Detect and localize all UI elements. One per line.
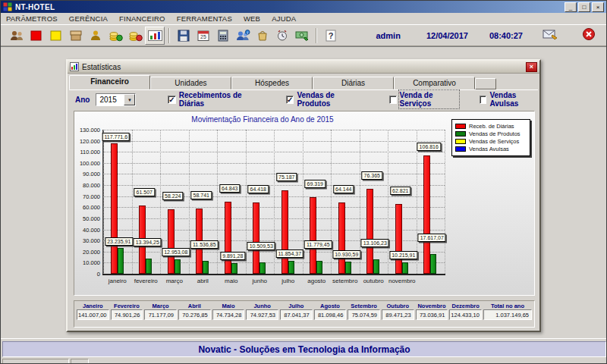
summary-value-maio: 74.734,28 [212,309,245,320]
tab-unidades[interactable]: Unidades [150,77,231,89]
bar-value-label: 13.394,25 [134,238,162,246]
menu-web[interactable]: WEB [244,14,260,23]
bar-vendas-de-produtos-julho [288,261,294,274]
legend-item-vendas-de-produtos: Vendas de Produtos [455,130,527,137]
rooms-icon[interactable] [66,27,86,45]
chart-plot-area: 010.00020.00030.00040.00050.00060.00070.… [103,130,445,274]
bar-value-label: 10.215,91 [389,251,417,259]
checkbox-vendas-avulsas[interactable]: Vendas Avulsas [480,91,539,108]
statistics-window-titlebar[interactable]: Estatísticas × [68,61,539,74]
exit-icon[interactable] [582,27,596,44]
summary-value-junho: 74.927,53 [246,309,278,320]
menu-financeiro[interactable]: FINANCEIRO [119,14,165,23]
gridline [217,130,218,274]
x-tick-label: setembro [331,278,360,284]
menu-parametros[interactable]: PARÂMETROS [6,14,58,23]
legend-label: Vendas Avulsas [469,146,509,152]
y-tick-label: 70.000 [70,193,100,200]
tab-stub [475,78,496,89]
svg-text:25: 25 [200,34,206,39]
checkbox-recebimentos-de-diarias[interactable]: ✓Recebimentos de Diárias [168,91,257,108]
summary-header-dezembro: Dezembro [449,303,482,309]
bar-value-label: 11.854,37 [275,249,304,258]
menu-gerencia[interactable]: GERÊNCIA [69,14,108,23]
minimize-button[interactable]: _ [565,2,577,12]
year-select[interactable]: 2015 ▼ [96,93,136,106]
y-tick-label: 0 [70,271,100,278]
statistics-icon[interactable] [145,27,165,45]
x-tick-label: abril [189,278,218,284]
checkbox-box: ✓ [286,96,294,104]
app-title: NT-HOTEL [15,3,563,11]
red-square-icon[interactable] [27,27,46,45]
summary-table: JaneiroFevereiroMarçoAbrilMaioJunhoJulho… [74,300,535,328]
x-tick-label: maio [217,278,246,284]
tab-financeiro[interactable]: Financeiro [69,75,150,89]
menu-ferramentas[interactable]: FERRAMENTAS [177,14,232,23]
y-tick-label: 20.000 [70,249,100,256]
legend-color-chip [455,139,466,144]
summary-value-abril: 70.276,85 [178,309,211,320]
statistics-close-button[interactable]: × [526,62,537,72]
x-tick-label: julho [274,278,303,284]
tab-diarias[interactable]: Diárias [313,77,394,89]
checkbox-label: Venda de Serviços [400,91,458,108]
bar-vendas-de-produtos-novembro [402,262,408,274]
status-cells [2,359,89,364]
x-tick-label: fevereiro [132,278,161,284]
summary-value-janeiro: 141.007,00 [77,309,109,320]
receivables-icon[interactable] [105,27,125,45]
bar-vendas-de-produtos-marco [175,259,181,274]
chart-legend: Receb. de DiáriasVendas de ProdutosVenda… [451,119,530,156]
x-axis [102,274,445,275]
tab-hospedes[interactable]: Hóspedes [231,77,313,89]
tab-comparativo[interactable]: Comparativo [394,77,475,89]
summary-value-outubro: 89.471,23 [382,309,414,320]
summary-value-dezembro: 124.433,10 [449,309,482,320]
clock-icon[interactable] [272,27,292,45]
gridline [445,130,445,274]
workspace: Estatísticas × FinanceiroUnidadesHóspede… [1,46,607,338]
bar-value-label: 13.106,23 [361,239,389,247]
x-tick-label: junho [246,278,275,284]
bar-value-label: 58.741 [191,191,212,199]
help-icon[interactable]: ? [321,27,341,45]
bar-receb-de-diarias-outubro [366,189,373,274]
checkbox-venda-de-servicos[interactable]: Venda de Serviços [389,91,458,108]
payables-icon[interactable] [125,27,145,45]
bar-receb-de-diarias-setembro [338,202,345,274]
chevron-down-icon[interactable]: ▼ [124,94,135,105]
money-icon[interactable] [292,27,312,45]
bar-value-label: 61.507 [134,188,155,196]
title-bar: NT-HOTEL _ □ × [1,1,606,13]
users-icon[interactable]: i [233,27,253,45]
guest-icon[interactable] [86,27,105,45]
y-tick-label: 120.000 [70,138,100,145]
shopping-icon[interactable] [253,27,272,45]
yellow-square-icon[interactable] [46,27,66,45]
bar-value-label: 64.843 [219,184,240,193]
maximize-button[interactable]: □ [578,2,590,12]
menu-ajuda[interactable]: AJUDA [272,14,296,23]
x-tick-label: março [160,278,189,284]
save-icon[interactable] [174,27,193,45]
mail-icon[interactable] [543,27,559,43]
clients-icon[interactable] [7,27,27,45]
checkbox-box: ✓ [168,96,175,104]
summary-value-row: 141.007,0074.901,2671.177,0970.276,8574.… [77,309,532,320]
checkbox-label: Recebimentos de Diárias [179,91,257,108]
y-tick-label: 50.000 [70,215,100,222]
toolbar-separator [316,28,317,43]
bar-value-label: 10.509,53 [247,242,275,250]
gridline [274,130,275,274]
calculator-icon[interactable] [213,27,233,45]
close-button[interactable]: × [592,2,604,12]
tab-strip: FinanceiroUnidadesHóspedesDiáriasCompara… [68,74,539,89]
bar-vendas-de-produtos-junho [259,262,266,274]
legend-color-chip [455,146,466,152]
calendar-icon[interactable]: 25 [193,27,213,45]
gridline [388,130,388,274]
toolbar-icons: 25i? [7,27,341,45]
checkbox-vendas-de-produtos[interactable]: ✓Vendas de Produtos [286,91,360,108]
summary-value-marco: 71.177,09 [144,309,177,320]
